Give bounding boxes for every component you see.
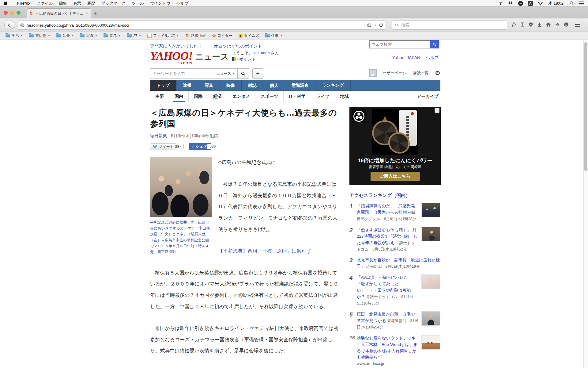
ranking-thumbnail[interactable] (421, 227, 440, 241)
menu-help[interactable]: ヘルプ (173, 1, 192, 6)
bookmark-folder-shopping[interactable]: 買い物▼ (27, 33, 53, 38)
nav-tab-video[interactable]: 映像 (220, 80, 242, 91)
bookmark-folder-life[interactable]: 生活▼ (3, 33, 25, 38)
bookmark-folder-photo[interactable]: 写真▼ (77, 33, 100, 38)
apple-menu-icon[interactable] (4, 1, 9, 6)
subscription-list-link[interactable]: 購読一覧 (413, 70, 429, 76)
home-icon[interactable] (545, 22, 551, 27)
subnav-economy[interactable]: 経済 (208, 91, 227, 102)
web-search-button[interactable] (430, 40, 439, 48)
status-a-icon[interactable]: A (528, 1, 533, 6)
yahoo-news-logo[interactable]: YAHOO! JAPAN ニュース (150, 50, 229, 65)
shield-icon[interactable] (528, 22, 533, 27)
username-link[interactable]: niju_nana (252, 51, 270, 55)
promo-link-2[interactable]: オムツはずれのポイント (214, 44, 262, 48)
promo-link-1[interactable]: 専門家にうかがいました！ (150, 44, 202, 48)
site-identity-icon[interactable] (20, 23, 24, 28)
bookmark-folder-27[interactable]: 27▼ (125, 34, 144, 38)
firefox-menu-icon[interactable] (575, 23, 580, 27)
tweet-button[interactable]: ツイート (150, 143, 176, 150)
archive-link[interactable]: アーカイブ (417, 91, 439, 102)
ranking-thumbnail[interactable] (421, 203, 440, 217)
bookmark-transit[interactable]: Y!路線情報 (183, 33, 208, 38)
photo-caption[interactable]: 平和記念式典前に松井一実・広島市長にあいさつするガテマラー米国務次官（中央）とケ… (150, 220, 212, 255)
subnav-main[interactable]: 主要 (150, 91, 169, 102)
ad-banner[interactable]: i 16倍に増加したにんにくパワー 青森県産 純黒にんにくの岡崎屋 ご購入はこち… (349, 107, 441, 185)
nav-tab-ranking[interactable]: ランキング (315, 80, 351, 91)
status-wifi-icon[interactable] (538, 1, 543, 6)
menu-view[interactable]: 表示 (70, 1, 84, 6)
menu-edit[interactable]: 編集 (56, 1, 70, 6)
notification-center-icon[interactable] (579, 2, 584, 5)
status-creativecloud-icon[interactable]: ∞ (518, 1, 523, 6)
user-page-link[interactable]: ユーザーページ (369, 69, 407, 77)
page-scrollbar[interactable] (583, 40, 588, 368)
window-minimize-button[interactable] (10, 11, 14, 15)
menu-window[interactable]: ウインドウ (147, 1, 174, 6)
news-search-button[interactable] (238, 68, 249, 79)
browser-search-field[interactable]: 検索 (392, 21, 507, 30)
reader-mode-icon[interactable] (367, 23, 371, 27)
nav-tab-photo[interactable]: 写真 (198, 80, 220, 91)
ranking-thumbnail[interactable] (421, 311, 440, 326)
url-text[interactable]: headlines.yahoo.co.jp/hl?a=20150806-0000… (27, 23, 364, 28)
subnav-it-science[interactable]: IT・科学 (283, 91, 311, 102)
bookmark-filepost[interactable]: Fファイルポスト (145, 33, 182, 38)
subnav-sports[interactable]: スポーツ (255, 91, 283, 102)
subnav-local[interactable]: 地域 (335, 91, 354, 102)
ad-buy-button[interactable]: ご購入はこちら (371, 172, 420, 181)
nav-tab-flash[interactable]: 速報 (176, 80, 198, 91)
nav-tab-poll[interactable]: 意識調査 (285, 80, 315, 91)
pr-link[interactable]: 塗装なし腐らないウッドデッキ｜人工木材「Eee-Wood」は、まるで本物の木!お… (357, 336, 418, 360)
settings-gear-icon[interactable]: ⚙ (435, 69, 440, 77)
bookmark-times[interactable]: Tタイムズ (236, 33, 262, 38)
nav-tab-personal[interactable]: 個人 (263, 80, 285, 91)
window-zoom-button[interactable] (17, 11, 21, 15)
status-dropbox-icon[interactable] (508, 1, 513, 6)
tab-close-icon[interactable]: ✕ (85, 11, 89, 16)
nav-tab-magazine[interactable]: 雑誌 (242, 80, 263, 91)
help-link[interactable]: ヘルプ (426, 55, 439, 60)
bookmark-reuters[interactable]: ロイター (209, 33, 235, 38)
menu-file[interactable]: ファイル (33, 1, 56, 6)
ranking-thumbnail[interactable] (421, 274, 440, 289)
bookmark-folder-reference[interactable]: 参考▼ (101, 33, 123, 38)
points-link[interactable]: 0ポイント (232, 56, 256, 62)
urlbar-dropdown-icon[interactable]: ▼ (374, 24, 376, 27)
subnav-world[interactable]: 国際 (188, 91, 208, 102)
browser-tab[interactable]: Y! ＜広島原爆の日＞ケネディ... ✕ (27, 8, 91, 18)
bookmark-folder-work[interactable]: 仕事▼ (263, 33, 285, 38)
new-tab-button[interactable]: + (94, 10, 97, 17)
menu-firefox[interactable]: Firefox (14, 1, 33, 6)
ad-info-icon[interactable]: i (435, 108, 439, 113)
url-bar[interactable]: headlines.yahoo.co.jp/hl?a=20150806-0000… (17, 21, 386, 30)
search-scope-select[interactable]: ニュース (216, 71, 231, 76)
spotlight-icon[interactable] (569, 1, 574, 6)
web-search-input[interactable] (369, 40, 430, 48)
subnav-domestic[interactable]: 国内 (169, 91, 188, 102)
menubar-clock[interactable]: 木 18:02 (548, 1, 564, 6)
add-condition-button[interactable]: + (252, 68, 263, 79)
subnav-life[interactable]: ライフ (311, 91, 335, 102)
nav-tab-top[interactable]: トップ (150, 80, 176, 91)
ranking-link[interactable]: 「議員辞職ものだ」 武藤氏発言問題、自民内からも批判 (357, 204, 415, 215)
extension-smiley-icon[interactable] (564, 22, 569, 27)
menu-tools[interactable]: ツール (129, 1, 147, 6)
yahoo-japan-link[interactable]: Yahoo! JAPAN (392, 55, 420, 60)
ranking-title[interactable]: アクセスランキング（国内） (349, 193, 440, 198)
pr-thumbnail[interactable] (421, 335, 440, 350)
news-search-field[interactable]: キーワードを入力 ニュース ▼ (150, 68, 238, 79)
menu-history[interactable]: 履歴 (84, 1, 98, 6)
subnav-entertainment[interactable]: エンタメ (227, 91, 255, 102)
source-link[interactable]: 毎日新聞 (150, 133, 167, 138)
reload-icon[interactable] (379, 23, 383, 27)
share-plane-icon[interactable] (555, 22, 560, 27)
downloads-icon[interactable] (537, 22, 542, 27)
window-close-button[interactable] (4, 11, 8, 15)
status-antenna-icon[interactable] (498, 1, 503, 6)
back-button[interactable] (4, 20, 14, 30)
article-photo[interactable] (150, 157, 212, 217)
scrollbar-thumb[interactable] (584, 42, 587, 171)
reading-list-icon[interactable] (520, 22, 525, 27)
menu-bookmarks[interactable]: ブックマーク (98, 1, 129, 6)
